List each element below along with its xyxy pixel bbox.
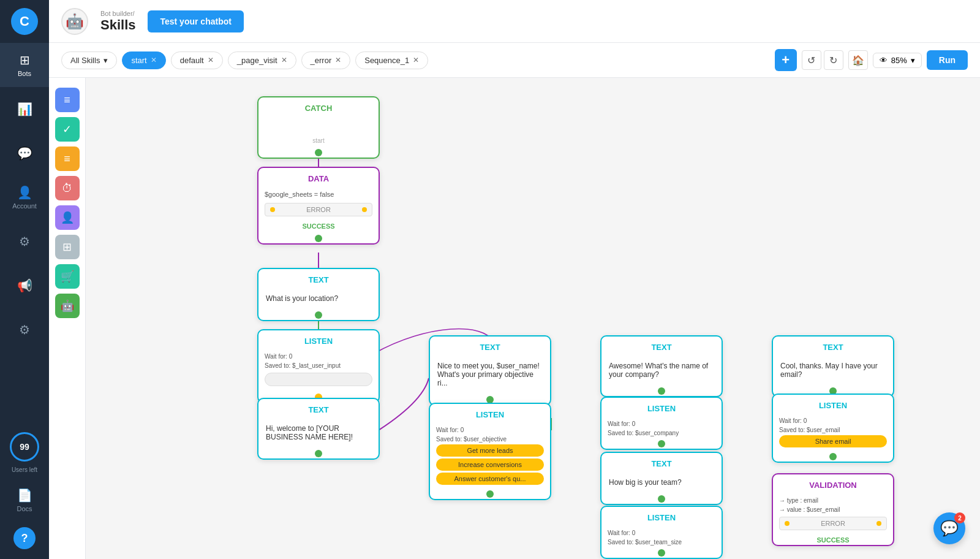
tool-table-block[interactable]: ⊞ [55, 235, 80, 259]
close-seq1-tab[interactable]: ✕ [413, 56, 419, 64]
listen3-port [601, 436, 722, 449]
sidebar-item-messages[interactable]: 💬 [0, 131, 49, 175]
catch-header: CATCH [258, 97, 379, 118]
tool-ai-block[interactable]: 🤖 [55, 294, 80, 318]
tool-user-block[interactable]: 👤 [55, 205, 80, 230]
sidebar-item-account[interactable]: 👤 Account [0, 175, 49, 219]
text5-header: TEXT [601, 453, 722, 473]
add-node-button[interactable]: + [775, 49, 797, 71]
zoom-dropdown-icon: ▾ [911, 56, 915, 65]
validation-value: → value : $user_email [773, 504, 893, 513]
sidebar-item-stats[interactable]: 📊 [0, 87, 49, 131]
flow-canvas[interactable]: CATCH start DATA $google_sheets = false … [86, 78, 980, 559]
listen5-output-port [829, 453, 837, 460]
catch-port [258, 145, 379, 158]
tab-sequence1[interactable]: Sequence_1 ✕ [355, 51, 428, 69]
bot-avatar: 🤖 [61, 8, 88, 35]
text1-header: TEXT [258, 269, 379, 289]
node-listen3[interactable]: LISTEN Wait for: 0 Saved to: $user_compa… [600, 397, 723, 450]
node-listen4[interactable]: LISTEN Wait for: 0 Saved to: $user_team_… [600, 506, 723, 559]
tool-cart-block[interactable]: 🛒 [55, 264, 80, 289]
node-validation[interactable]: VALIDATION → type : email → value : $use… [772, 473, 894, 546]
node-text6[interactable]: TEXT Cool, thanks. May I have your email… [772, 335, 894, 397]
redo-button[interactable]: ↻ [824, 50, 843, 70]
node-text2[interactable]: TEXT Hi, welcome to [YOUR BUSINESS NAME … [257, 398, 380, 460]
sidebar-item-flows[interactable]: ⚙ [0, 219, 49, 264]
error-dot-right [362, 207, 367, 212]
sidebar-bottom: 99 Users left 📄 Docs ? [0, 432, 49, 559]
node-listen1[interactable]: LISTEN Wait for: 0 Saved to: $_last_user… [257, 329, 380, 403]
listen1-saved: Saved to: $_last_user_input [258, 360, 379, 369]
listen5-saved: Saved to: $user_email [773, 424, 893, 433]
choice-conversions: Increase conversions [436, 458, 544, 471]
tab-error[interactable]: _error ✕ [301, 51, 351, 69]
stats-icon: 📊 [17, 102, 32, 116]
sidebar-item-megaphone[interactable]: 📢 [0, 264, 49, 308]
val-error-dot-left [785, 521, 790, 526]
data-output-port [315, 235, 322, 242]
sidebar-item-docs[interactable]: 📄 Docs [0, 478, 49, 522]
node-text3[interactable]: TEXT Nice to meet you, $user_name! What'… [429, 335, 551, 406]
data-success-label: SUCCESS [258, 219, 379, 231]
megaphone-icon: 📢 [17, 278, 32, 293]
breadcrumb: Bot builder/ [100, 10, 135, 17]
node-catch[interactable]: CATCH start [257, 96, 380, 159]
text6-header: TEXT [773, 337, 893, 357]
tab-page-visit[interactable]: _page_visit ✕ [228, 51, 296, 69]
listen1-header: LISTEN [258, 330, 379, 351]
account-icon: 👤 [17, 185, 32, 200]
tab-all-skills[interactable]: All Skills ▾ [61, 51, 117, 69]
app-logo[interactable]: C [11, 8, 38, 35]
undo-button[interactable]: ↺ [802, 50, 821, 70]
tool-text-block[interactable]: ≡ [55, 88, 80, 112]
run-button[interactable]: Run [927, 50, 968, 70]
close-page-visit-tab[interactable]: ✕ [281, 56, 287, 64]
tool-data-block[interactable]: ≡ [55, 146, 80, 171]
node-listen5[interactable]: LISTEN Wait for: 0 Saved to: $user_email… [772, 394, 894, 463]
tab-default[interactable]: default ✕ [171, 51, 223, 69]
sidebar-item-settings[interactable]: ⚙ [0, 308, 49, 352]
chat-bubble[interactable]: 💬 2 [933, 512, 965, 544]
users-left-badge: 99 [10, 432, 39, 462]
node-text5[interactable]: TEXT How big is your team? [600, 452, 723, 505]
listen3-wait: Wait for: 0 [601, 418, 722, 427]
close-default-tab[interactable]: ✕ [208, 56, 214, 64]
data-success-port [258, 231, 379, 243]
text4-output-port [658, 387, 665, 395]
choice-share-email: Share email [779, 435, 887, 447]
listen4-saved: Saved to: $user_team_size [601, 536, 722, 546]
sidebar-nav: ⊞ Bots 📊 💬 👤 Account ⚙ 📢 ⚙ [0, 43, 49, 432]
node-listen2[interactable]: LISTEN Wait for: 0 Saved to: $user_objec… [429, 403, 551, 500]
val-error-dot-right [876, 521, 881, 526]
text5-port [601, 492, 722, 504]
sidebar: C ⊞ Bots 📊 💬 👤 Account ⚙ 📢 ⚙ 99 Use [0, 0, 49, 559]
listen5-header: LISTEN [773, 395, 893, 415]
tab-default-label: default [180, 56, 204, 65]
node-text4[interactable]: TEXT Awesome! What's the name of your co… [600, 335, 723, 397]
node-data[interactable]: DATA $google_sheets = false ERROR SUCCES… [257, 167, 380, 245]
home-button[interactable]: 🏠 [848, 50, 868, 70]
close-start-tab[interactable]: ✕ [151, 56, 157, 64]
sidebar-item-bots[interactable]: ⊞ Bots [0, 43, 49, 87]
close-error-tab[interactable]: ✕ [335, 56, 341, 64]
data-condition: $google_sheets = false [258, 188, 379, 200]
text5-content: How big is your team? [601, 473, 722, 492]
tab-start[interactable]: start ✕ [122, 51, 165, 69]
settings-icon: ⚙ [19, 322, 30, 337]
test-chatbot-button[interactable]: Test your chatbot [148, 10, 243, 32]
tool-check-block[interactable]: ✓ [55, 117, 80, 142]
validation-success-label: SUCCESS [773, 533, 893, 545]
text3-header: TEXT [430, 337, 550, 357]
zoom-control[interactable]: 👁 85% ▾ [873, 53, 922, 68]
tab-seq1-label: Sequence_1 [364, 56, 409, 65]
tool-timer-block[interactable]: ⏱ [55, 176, 80, 200]
node-text1[interactable]: TEXT What is your location? [257, 268, 380, 321]
sidebar-logo: C [0, 0, 49, 43]
catch-label: start [258, 136, 379, 145]
listen3-saved: Saved to: $user_company [601, 427, 722, 436]
listen3-header: LISTEN [601, 398, 722, 418]
tab-error-label: _error [311, 56, 332, 65]
flows-icon: ⚙ [19, 234, 30, 249]
text2-content: Hi, welcome to [YOUR BUSINESS NAME HERE]… [258, 419, 379, 446]
help-button[interactable]: ? [13, 527, 36, 549]
